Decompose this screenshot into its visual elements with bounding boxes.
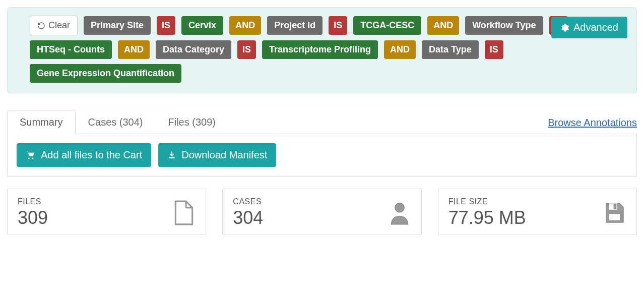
download-manifest-button[interactable]: Download Manifest xyxy=(158,143,276,167)
query-token-and[interactable]: AND xyxy=(229,16,261,35)
query-token-value[interactable]: TCGA-CESC xyxy=(353,16,421,35)
cases-value: 304 xyxy=(233,207,263,228)
tabs: Summary Cases (304) Files (309) xyxy=(7,109,228,134)
cases-card: CASES 304 xyxy=(222,189,421,235)
query-token-op[interactable]: IS xyxy=(237,40,256,59)
query-token-field[interactable]: Data Type xyxy=(422,40,479,59)
filesize-value: 77.95 MB xyxy=(448,207,526,228)
tab-cases[interactable]: Cases (304) xyxy=(76,110,156,134)
filesize-card: FILE SIZE 77.95 MB xyxy=(438,189,637,235)
files-label: FILES xyxy=(18,197,48,206)
query-tokens: Clear Primary SiteISCervixANDProject IdI… xyxy=(30,16,614,83)
query-token-and[interactable]: AND xyxy=(384,40,416,59)
query-token-and[interactable]: AND xyxy=(118,40,150,59)
filesize-label: FILE SIZE xyxy=(448,197,526,206)
query-token-field[interactable]: Project Id xyxy=(267,16,323,35)
gears-icon xyxy=(560,23,569,32)
add-all-to-cart-button[interactable]: Add all files to the Cart xyxy=(17,143,151,167)
query-token-field[interactable]: Workflow Type xyxy=(465,16,543,35)
user-icon xyxy=(388,200,411,225)
tab-files[interactable]: Files (309) xyxy=(156,110,228,134)
advanced-button[interactable]: Advanced xyxy=(551,17,627,38)
query-token-and[interactable]: AND xyxy=(427,16,459,35)
clear-button[interactable]: Clear xyxy=(30,16,78,35)
svg-rect-4 xyxy=(609,214,620,220)
query-panel: Clear Primary SiteISCervixANDProject IdI… xyxy=(7,7,637,93)
save-icon xyxy=(603,200,626,225)
query-token-field[interactable]: Data Category xyxy=(156,40,231,59)
svg-point-1 xyxy=(395,203,404,212)
query-token-value[interactable]: Cervix xyxy=(181,16,223,35)
download-manifest-label: Download Manifest xyxy=(181,149,267,161)
files-value: 309 xyxy=(18,207,48,228)
query-token-op[interactable]: IS xyxy=(157,16,175,35)
svg-rect-3 xyxy=(614,204,616,209)
query-token-op[interactable]: IS xyxy=(485,40,503,59)
browse-annotations-link[interactable]: Browse Annotations xyxy=(548,117,637,134)
add-cart-label: Add all files to the Cart xyxy=(41,149,142,161)
clear-label: Clear xyxy=(48,20,70,31)
query-token-field[interactable]: Primary Site xyxy=(84,16,151,35)
cart-icon xyxy=(26,151,36,160)
query-token-value[interactable]: Transcriptome Profiling xyxy=(262,40,378,59)
query-token-op[interactable]: IS xyxy=(329,16,347,35)
undo-icon xyxy=(37,22,45,30)
tabs-row: Summary Cases (304) Files (309) Browse A… xyxy=(7,109,637,134)
advanced-label: Advanced xyxy=(573,22,618,33)
file-icon xyxy=(172,200,196,225)
query-token-value[interactable]: Gene Expression Quantification xyxy=(30,64,181,83)
summary-cards: FILES 309 CASES 304 FILE SIZE 77.95 MB xyxy=(7,189,637,235)
svg-rect-0 xyxy=(169,157,175,158)
cases-label: CASES xyxy=(233,197,263,206)
download-icon xyxy=(167,151,176,160)
action-bar: Add all files to the Cart Download Manif… xyxy=(7,134,637,177)
tab-summary[interactable]: Summary xyxy=(7,110,76,134)
files-card: FILES 309 xyxy=(7,189,206,235)
query-token-value[interactable]: HTSeq - Counts xyxy=(30,40,112,59)
